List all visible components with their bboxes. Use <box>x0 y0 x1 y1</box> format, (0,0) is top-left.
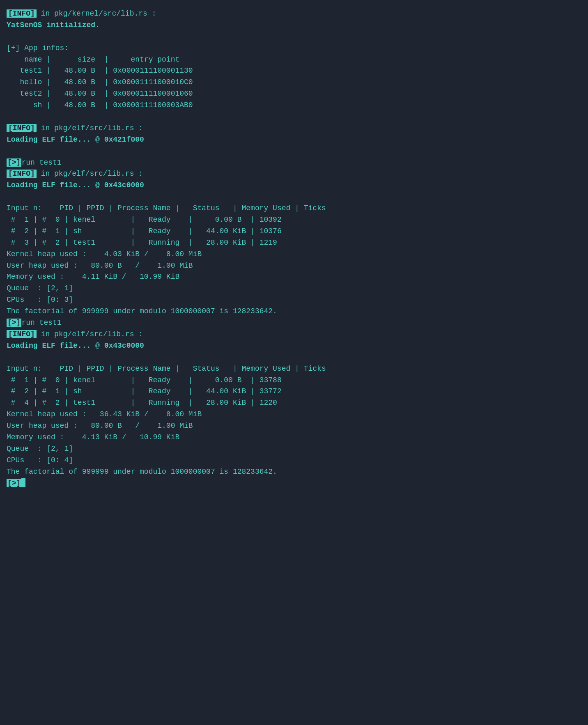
line-ps-row2-1: # 1 | # 0 | kenel | Ready | 0.00 B | 337… <box>7 375 581 386</box>
line-queue1: Queue : [2, 1] <box>7 283 581 294</box>
line-info-elf1-rest: in pkg/elf/src/lib.rs : <box>37 124 143 132</box>
cursor <box>21 478 25 487</box>
line-1: [INFO] in pkg/kernel/src/lib.rs : <box>7 8 581 20</box>
line-load-elf1: Loading ELF file... @ 0x421f000 <box>7 134 581 146</box>
line-kernel-heap1: Kernel heap used : 4.03 KiB / 8.00 MiB <box>7 249 581 260</box>
line-info-elf1: [INFO] in pkg/elf/src/lib.rs : <box>7 123 581 134</box>
line-info-elf2-rest: in pkg/elf/src/lib.rs : <box>37 170 143 178</box>
line-run1-rest: run test1 <box>21 158 61 167</box>
line-ps-row1-2: # 2 | # 1 | sh | Ready | 44.00 KiB | 103… <box>7 226 581 237</box>
line-info-elf3: [INFO] in pkg/elf/src/lib.rs : <box>7 329 581 340</box>
info-tag-2: [INFO] <box>7 124 37 132</box>
line-mem-used1: Memory used : 4.11 KiB / 10.99 KiB <box>7 271 581 283</box>
line-2: YatSenOS initialized. <box>7 20 581 31</box>
line-run1: [>]run test1 <box>7 157 581 169</box>
prompt-tag-final: [>] <box>7 479 21 487</box>
info-tag-3: [INFO] <box>7 170 37 178</box>
line-app-infos: [+] App infos: <box>7 43 581 54</box>
line-ps-row1-1: # 1 | # 0 | kenel | Ready | 0.00 B | 103… <box>7 214 581 226</box>
info-tag-4: [INFO] <box>7 330 37 338</box>
line-info-elf3-rest: in pkg/elf/src/lib.rs : <box>37 330 143 338</box>
terminal-output: [INFO] in pkg/kernel/src/lib.rs : YatSen… <box>7 8 581 489</box>
line-run2: [>]run test1 <box>7 317 581 329</box>
line-kernel-heap2: Kernel heap used : 36.43 KiB / 8.00 MiB <box>7 409 581 420</box>
blank-5 <box>7 352 581 363</box>
line-factorial1: The factorial of 999999 under modulo 100… <box>7 306 581 317</box>
line-ps-row1-3: # 3 | # 2 | test1 | Running | 28.00 KiB … <box>7 237 581 249</box>
blank-3 <box>7 146 581 157</box>
line-ps-header2: Input n: PID | PPID | Process Name | Sta… <box>7 363 581 375</box>
line-info-elf2: [INFO] in pkg/elf/src/lib.rs : <box>7 168 581 180</box>
line-1-rest: in pkg/kernel/src/lib.rs : <box>37 9 156 18</box>
line-user-heap2: User heap used : 80.00 B / 1.00 MiB <box>7 420 581 432</box>
line-run2-rest: run test1 <box>21 319 61 327</box>
line-ps-header1: Input n: PID | PPID | Process Name | Sta… <box>7 203 581 214</box>
info-tag-1: [INFO] <box>7 9 37 18</box>
line-load-elf2: Loading ELF file... @ 0x43c0000 <box>7 180 581 191</box>
line-mem-used2: Memory used : 4.13 KiB / 10.99 KiB <box>7 432 581 443</box>
line-cpus2: CPUs : [0: 4] <box>7 455 581 466</box>
line-queue2: Queue : [2, 1] <box>7 443 581 455</box>
line-factorial2: The factorial of 999999 under modulo 100… <box>7 466 581 478</box>
line-app-header: name | size | entry point <box>7 54 581 66</box>
blank-2 <box>7 111 581 123</box>
line-app-test2: test2 | 48.00 B | 0x0000111100001060 <box>7 88 581 100</box>
line-ps-row2-3: # 4 | # 2 | test1 | Running | 28.00 KiB … <box>7 397 581 409</box>
line-cpus1: CPUs : [0: 3] <box>7 294 581 306</box>
line-ps-row2-2: # 2 | # 1 | sh | Ready | 44.00 KiB | 337… <box>7 386 581 397</box>
line-final-prompt[interactable]: [>] <box>7 478 581 489</box>
line-app-hello: hello | 48.00 B | 0x00001111000010C0 <box>7 77 581 88</box>
blank-1 <box>7 31 581 43</box>
line-user-heap1: User heap used : 80.00 B / 1.00 MiB <box>7 260 581 272</box>
run-tag-1: [>] <box>7 158 21 167</box>
line-app-test1: test1 | 48.00 B | 0x0000111100001130 <box>7 65 581 77</box>
blank-4 <box>7 191 581 203</box>
run-tag-2: [>] <box>7 319 21 327</box>
line-load-elf3: Loading ELF file... @ 0x43c0000 <box>7 340 581 352</box>
line-app-sh: sh | 48.00 B | 0x0000111100003AB0 <box>7 100 581 111</box>
